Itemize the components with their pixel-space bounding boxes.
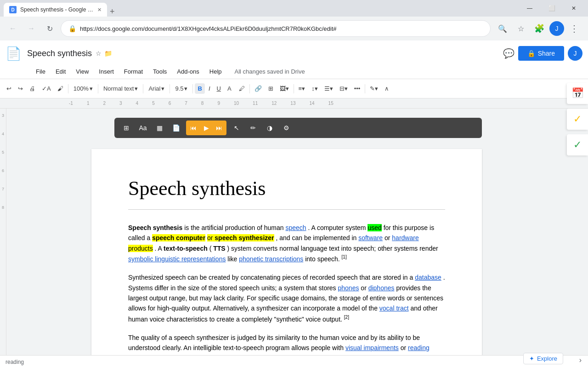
doc-page[interactable]: Speech synthesis Speech synthesis is the… bbox=[91, 149, 482, 365]
indent-button[interactable]: ⊟▾ bbox=[337, 83, 351, 94]
menu-addons[interactable]: Add-ons bbox=[172, 66, 204, 77]
search-button[interactable]: 🔍 bbox=[494, 20, 511, 37]
align-button[interactable]: ≡▾ bbox=[296, 83, 308, 94]
para1-link-phonetic[interactable]: phonetic transcriptions bbox=[239, 255, 303, 263]
link-button[interactable]: 🔗 bbox=[252, 83, 265, 94]
tts-icon-grid[interactable]: ⊞ bbox=[120, 121, 133, 134]
para1-link-software[interactable]: software bbox=[358, 234, 383, 242]
italic-button[interactable]: I bbox=[206, 83, 213, 94]
active-tab[interactable]: D Speech synthesis - Google Docs ✕ bbox=[4, 3, 107, 17]
list-button[interactable]: ☰▾ bbox=[322, 83, 336, 94]
tab-close-button[interactable]: ✕ bbox=[97, 7, 102, 13]
tts-film-button[interactable]: ▦ bbox=[153, 121, 166, 134]
tts-play-button[interactable]: ▶ bbox=[200, 121, 213, 134]
tts-rewind-button[interactable]: ⏮ bbox=[187, 121, 200, 134]
tts-fastforward-button[interactable]: ⏭ bbox=[213, 121, 226, 134]
close-button[interactable]: ✕ bbox=[563, 1, 584, 16]
url-bar[interactable]: 🔒 https://docs.google.com/document/d/1X8… bbox=[61, 20, 491, 37]
menu-edit[interactable]: Edit bbox=[51, 66, 70, 77]
tts-cursor-button[interactable]: ↖ bbox=[230, 121, 243, 134]
tts-doc-button[interactable]: 📄 bbox=[170, 121, 182, 134]
contacts-panel-button[interactable]: ✓ bbox=[567, 134, 588, 155]
share-button[interactable]: 🔒 Share bbox=[518, 46, 564, 61]
separator-2 bbox=[98, 84, 98, 93]
chrome-menu-button[interactable]: ⋮ bbox=[566, 20, 582, 37]
para1-paren: ( bbox=[209, 245, 212, 252]
explore-button[interactable]: ✦ Explore bbox=[523, 353, 563, 364]
redo-button[interactable]: ↪ bbox=[15, 83, 26, 94]
para3-link-visual[interactable]: visual impairments bbox=[345, 344, 399, 351]
para1-text9: into speech. bbox=[305, 255, 340, 263]
insert-button[interactable]: ⊞ bbox=[266, 83, 276, 94]
new-tab-button[interactable]: + bbox=[107, 7, 118, 17]
doc-divider bbox=[128, 209, 445, 210]
zoom-select[interactable]: 100% ▾ bbox=[70, 83, 96, 94]
para1-tts: text-to-speech bbox=[164, 245, 208, 252]
para2-link-vocal[interactable]: vocal tract bbox=[379, 305, 409, 312]
para1-link-hardware[interactable]: hardware bbox=[392, 234, 418, 242]
text-color-button[interactable]: A bbox=[225, 83, 235, 94]
underline-button[interactable]: U bbox=[214, 83, 224, 94]
para1-synthesizer: speech synthesizer bbox=[215, 234, 274, 242]
para1-text6: . A bbox=[155, 245, 164, 252]
tts-contrast-button[interactable]: ◑ bbox=[263, 121, 276, 134]
ruler: -1123456789101112131415 bbox=[0, 98, 588, 109]
tts-text-button[interactable]: Aa bbox=[136, 121, 149, 134]
expand-button[interactable]: › bbox=[579, 356, 582, 364]
menu-help[interactable]: Help bbox=[205, 66, 226, 77]
user-avatar[interactable]: J bbox=[549, 21, 564, 36]
star-button[interactable]: ☆ bbox=[96, 50, 102, 57]
more-button[interactable]: ••• bbox=[351, 83, 363, 94]
minimize-button[interactable]: — bbox=[519, 1, 540, 16]
docs-user-avatar[interactable]: J bbox=[568, 46, 582, 61]
edit-mode-button[interactable]: ✎▾ bbox=[367, 83, 381, 94]
collapse-button[interactable]: ∧ bbox=[382, 83, 392, 94]
para2-link-diphones[interactable]: diphones bbox=[368, 284, 395, 292]
para1-products: products bbox=[128, 245, 153, 252]
print-button[interactable]: 🖨 bbox=[27, 83, 38, 94]
tasks-panel-button[interactable]: ✓ bbox=[567, 109, 588, 130]
highlight-button[interactable]: 🖊 bbox=[236, 83, 248, 94]
para2-link-phones[interactable]: phones bbox=[338, 284, 359, 292]
line-spacing-button[interactable]: ↕▾ bbox=[309, 83, 321, 94]
menu-tools[interactable]: Tools bbox=[148, 66, 171, 77]
refresh-button[interactable]: ↻ bbox=[42, 21, 57, 36]
menu-insert[interactable]: Insert bbox=[94, 66, 119, 77]
font-value: Arial bbox=[148, 85, 160, 92]
forward-button[interactable]: → bbox=[24, 21, 39, 36]
paragraph-2: Synthesized speech can be created by con… bbox=[128, 272, 445, 324]
comment-button[interactable]: 💬 bbox=[503, 48, 514, 59]
doc-container[interactable]: ⊞ Aa ▦ 📄 ⏮ ▶ ⏭ ↖ ✏ ◑ ⚙ Speech synthesis bbox=[6, 109, 567, 365]
extensions-button[interactable]: 🧩 bbox=[531, 20, 548, 37]
para1-link-speech[interactable]: speech bbox=[285, 224, 306, 231]
folder-button[interactable]: 📁 bbox=[104, 50, 112, 57]
maximize-button[interactable]: ⬜ bbox=[541, 1, 562, 16]
calendar-panel-button[interactable]: 📅 bbox=[567, 83, 588, 104]
doc-body: Speech synthesis is the artificial produ… bbox=[128, 223, 445, 365]
font-select[interactable]: Arial ▾ bbox=[145, 83, 168, 94]
para3-link-reading[interactable]: reading bbox=[408, 344, 430, 351]
para2-link-database[interactable]: database bbox=[415, 274, 441, 281]
back-button[interactable]: ← bbox=[6, 21, 20, 36]
style-select[interactable]: Normal text ▾ bbox=[100, 83, 141, 94]
size-select[interactable]: 9.5 ▾ bbox=[172, 83, 191, 94]
tab-title: Speech synthesis - Google Docs bbox=[20, 6, 94, 13]
spellcheck-button[interactable]: ✓A bbox=[39, 83, 54, 94]
para1-bold-start: Speech synthesis bbox=[128, 224, 182, 231]
formatting-toolbar: ↩ ↪ 🖨 ✓A 🖌 100% ▾ Normal text ▾ Arial ▾ … bbox=[0, 79, 588, 98]
menu-file[interactable]: File bbox=[31, 66, 50, 77]
style-value: Normal text bbox=[103, 85, 134, 92]
bookmark-button[interactable]: ☆ bbox=[513, 20, 529, 37]
style-arrow: ▾ bbox=[135, 85, 138, 92]
saved-message: All changes saved in Drive bbox=[235, 68, 305, 75]
image-button[interactable]: 🖼▾ bbox=[277, 83, 292, 94]
bold-button[interactable]: B bbox=[195, 83, 204, 94]
undo-button[interactable]: ↩ bbox=[4, 83, 14, 94]
paint-format-button[interactable]: 🖌 bbox=[55, 83, 66, 94]
menu-format[interactable]: Format bbox=[119, 66, 147, 77]
para1-link-symbolic[interactable]: symbolic linguistic representations bbox=[128, 255, 226, 263]
window-controls: — ⬜ ✕ bbox=[519, 1, 584, 16]
tts-settings-button[interactable]: ⚙ bbox=[280, 121, 293, 134]
tts-pen-button[interactable]: ✏ bbox=[247, 121, 260, 134]
menu-view[interactable]: View bbox=[71, 66, 93, 77]
